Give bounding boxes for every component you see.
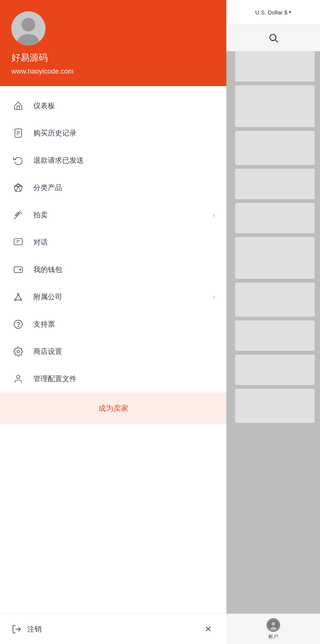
bottom-bar: 注销 ✕	[0, 614, 226, 644]
svg-point-23	[17, 350, 20, 353]
auction-chevron-icon: ›	[213, 211, 215, 219]
content-card-8	[235, 320, 315, 351]
avatar-icon	[11, 11, 45, 46]
svg-line-1	[275, 40, 278, 42]
currency-bar[interactable]: U.S. Dollar $ ▾	[226, 0, 320, 25]
sidebar-item-wallet[interactable]: 我的钱包	[0, 256, 226, 283]
account-label: 帐户	[268, 633, 278, 640]
content-card-6	[235, 237, 315, 279]
sidebar-item-classified-products[interactable]: 分类产品	[0, 174, 226, 201]
chevron-down-icon: ▾	[289, 9, 291, 15]
content-card-10	[235, 389, 315, 423]
become-seller-label: 成为卖家	[98, 404, 129, 412]
account-avatar-icon	[268, 620, 278, 630]
content-card-7	[235, 283, 315, 317]
sidebar-item-affiliate[interactable]: 附属公司 ›	[0, 283, 226, 311]
chat-icon	[11, 236, 25, 249]
sidebar-item-dashboard[interactable]: 仪表板	[0, 92, 226, 119]
sidebar-header: 好易源码 www.haoyicode.com	[0, 0, 226, 86]
svg-point-0	[270, 35, 276, 41]
purchase-history-label: 购买历史记录	[33, 128, 215, 138]
sidebar-item-auction[interactable]: 拍卖 ›	[0, 201, 226, 229]
document-icon	[11, 126, 25, 140]
search-icon	[268, 33, 279, 43]
sidebar-item-purchase-history[interactable]: 购买历史记录	[0, 119, 226, 147]
svg-point-15	[17, 293, 19, 295]
account-button[interactable]: 帐户	[226, 614, 320, 644]
svg-point-16	[14, 299, 16, 300]
content-card-2	[235, 85, 315, 127]
search-bar[interactable]	[226, 25, 320, 51]
content-card-3	[235, 131, 315, 165]
dashboard-label: 仪表板	[33, 101, 215, 111]
right-content-area	[235, 51, 315, 423]
manage-profile-label: 管理配置文件	[33, 374, 215, 384]
auction-label: 拍卖	[33, 210, 213, 220]
shop-settings-label: 商店设置	[33, 347, 215, 357]
svg-line-19	[18, 295, 21, 299]
sidebar-item-manage-profile[interactable]: 管理配置文件	[0, 365, 226, 393]
content-card-5	[235, 203, 315, 233]
svg-rect-11	[14, 239, 22, 245]
svg-marker-9	[14, 184, 22, 192]
nav-list: 仪表板 购买历史记录 退款请求已发送	[0, 86, 226, 644]
sidebar-item-support-tickets[interactable]: 支持票	[0, 311, 226, 338]
sidebar-item-conversation[interactable]: 对话	[0, 229, 226, 256]
gem-icon	[11, 181, 25, 195]
svg-point-21	[14, 320, 22, 328]
svg-point-27	[271, 622, 275, 626]
svg-line-18	[15, 295, 18, 299]
sidebar-item-refund-requests[interactable]: 退款请求已发送	[0, 147, 226, 174]
svg-point-24	[17, 375, 20, 379]
user-icon	[11, 372, 25, 386]
content-card-9	[235, 355, 315, 385]
refund-icon	[11, 154, 25, 167]
logout-label: 注销	[27, 624, 196, 634]
svg-point-17	[20, 299, 22, 300]
become-seller-banner[interactable]: 成为卖家	[0, 393, 226, 424]
affiliate-label: 附属公司	[33, 292, 213, 302]
wallet-label: 我的钱包	[33, 265, 215, 275]
content-card-1	[235, 51, 315, 82]
content-card-4	[235, 169, 315, 199]
close-button[interactable]: ✕	[201, 622, 215, 636]
sidebar-item-shop-settings[interactable]: 商店设置	[0, 338, 226, 365]
settings-icon	[11, 345, 25, 358]
home-icon	[11, 99, 25, 113]
support-icon	[11, 317, 25, 331]
classified-products-label: 分类产品	[33, 183, 215, 193]
logout-icon	[11, 624, 22, 635]
sidebar-drawer: 好易源码 www.haoyicode.com 仪表板 购买历史记录	[0, 0, 226, 644]
auction-icon	[11, 208, 25, 222]
affiliate-chevron-icon: ›	[213, 293, 215, 301]
refund-label: 退款请求已发送	[33, 156, 215, 165]
user-website: www.haoyicode.com	[11, 68, 215, 75]
conversation-label: 对话	[33, 237, 215, 247]
currency-label: U.S. Dollar $	[255, 9, 287, 16]
wallet-icon	[11, 263, 25, 276]
account-avatar	[267, 618, 280, 632]
support-tickets-label: 支持票	[33, 319, 215, 329]
svg-point-3	[22, 18, 35, 31]
svg-point-14	[20, 269, 21, 270]
affiliate-icon	[11, 290, 25, 304]
avatar	[11, 11, 45, 46]
user-name: 好易源码	[11, 52, 215, 64]
